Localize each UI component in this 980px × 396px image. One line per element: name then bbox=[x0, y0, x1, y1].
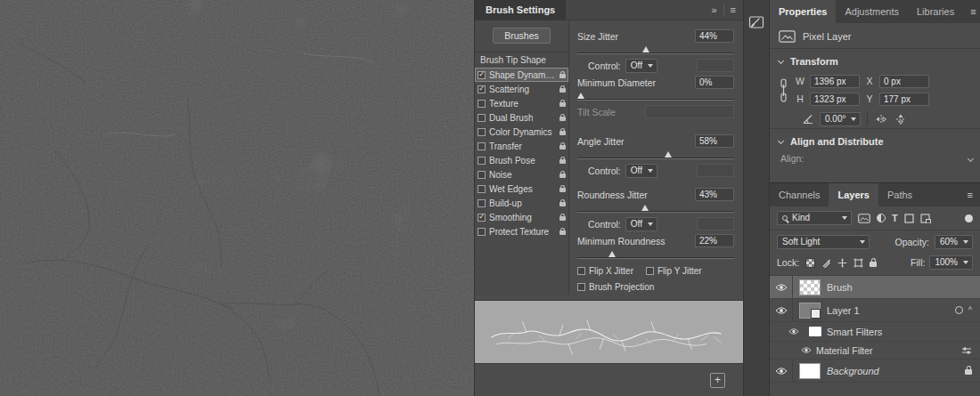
brush-option-protect-texture[interactable]: ✓ Protect Texture bbox=[475, 224, 568, 238]
lock-artboard-icon[interactable] bbox=[853, 258, 863, 268]
filter-adjustment-layers-icon[interactable] bbox=[877, 214, 886, 222]
minimum-diameter-input[interactable]: 0% bbox=[695, 76, 734, 89]
layer-thumbnail[interactable] bbox=[799, 363, 821, 379]
layer-row-brush[interactable]: Brush bbox=[770, 276, 980, 299]
fill-select[interactable]: 100% bbox=[929, 255, 973, 270]
lock-icon[interactable] bbox=[559, 117, 566, 121]
transfer-checkbox[interactable]: ✓ bbox=[478, 142, 486, 150]
brush-option-build-up[interactable]: ✓ Build-up bbox=[475, 196, 568, 210]
lock-icon[interactable] bbox=[559, 202, 566, 206]
lock-icon[interactable] bbox=[559, 88, 566, 93]
panel-menu-icon[interactable]: ≡ bbox=[731, 4, 736, 15]
protect-texture-checkbox[interactable]: ✓ bbox=[478, 228, 486, 236]
shape-dynamics-checkbox[interactable]: ✓ bbox=[478, 71, 486, 79]
filter-type-layers-icon[interactable]: T bbox=[892, 214, 898, 223]
noise-checkbox[interactable]: ✓ bbox=[478, 171, 486, 179]
lock-icon[interactable] bbox=[559, 230, 566, 235]
align-distribute-section-header[interactable]: Align and Distribute bbox=[770, 129, 980, 150]
minimum-roundness-slider[interactable] bbox=[577, 250, 734, 260]
scattering-checkbox[interactable]: ✓ bbox=[478, 85, 486, 93]
roundness-jitter-input[interactable]: 43% bbox=[695, 188, 734, 201]
collapse-chevron-icon[interactable]: ^ bbox=[968, 306, 972, 314]
lock-icon[interactable] bbox=[559, 188, 566, 192]
size-jitter-input[interactable]: 44% bbox=[695, 29, 734, 43]
brush-option-brush-pose[interactable]: ✓ Brush Pose bbox=[475, 153, 568, 167]
brush-settings-dock-icon[interactable] bbox=[747, 12, 766, 35]
brush-option-wet-edges[interactable]: ✓ Wet Edges bbox=[475, 182, 568, 196]
visibility-toggle[interactable] bbox=[796, 342, 816, 359]
tab-paths[interactable]: Paths bbox=[878, 183, 921, 206]
build-up-checkbox[interactable]: ✓ bbox=[478, 199, 486, 207]
visibility-toggle[interactable] bbox=[770, 276, 793, 298]
tab-channels[interactable]: Channels bbox=[770, 183, 829, 206]
minimum-roundness-input[interactable]: 22% bbox=[695, 234, 734, 247]
flip-y-jitter-checkbox[interactable]: ✓Flip Y Jitter bbox=[646, 266, 702, 276]
brush-option-dual-brush[interactable]: ✓ Dual Brush bbox=[475, 110, 568, 125]
lock-position-icon[interactable] bbox=[837, 258, 847, 268]
x-input[interactable]: 0 px bbox=[879, 75, 929, 88]
lock-icon[interactable] bbox=[559, 145, 566, 150]
brushes-button[interactable]: Brushes bbox=[493, 28, 551, 44]
flip-horizontal-icon[interactable] bbox=[874, 113, 888, 125]
tab-properties[interactable]: Properties bbox=[770, 0, 836, 23]
layer-row-background[interactable]: Background bbox=[770, 360, 980, 383]
flip-vertical-icon[interactable] bbox=[894, 112, 907, 126]
filter-options-icon[interactable] bbox=[961, 345, 972, 356]
brush-tip-shape-item[interactable]: Brush Tip Shape bbox=[475, 53, 568, 68]
layer-row-smart-filters[interactable]: Smart Filters bbox=[770, 322, 980, 342]
filter-smart-objects-icon[interactable] bbox=[920, 214, 931, 223]
minimum-diameter-slider[interactable] bbox=[577, 92, 734, 101]
scroll-down-icon[interactable] bbox=[968, 155, 974, 161]
rotation-input[interactable]: 0.00° bbox=[820, 112, 861, 126]
brush-option-scattering[interactable]: ✓ Scattering bbox=[475, 82, 568, 96]
angle-jitter-input[interactable]: 58% bbox=[695, 134, 734, 148]
layer-row-material-filter[interactable]: Material Filter bbox=[770, 342, 980, 360]
slider-thumb[interactable] bbox=[665, 151, 672, 158]
collapse-panel-icon[interactable]: » bbox=[711, 4, 716, 15]
slider-thumb[interactable] bbox=[608, 251, 616, 257]
visibility-toggle[interactable] bbox=[770, 360, 793, 382]
brush-option-noise[interactable]: ✓ Noise bbox=[475, 167, 568, 182]
layer-name[interactable]: Background bbox=[827, 366, 879, 376]
brush-pose-checkbox[interactable]: ✓ bbox=[478, 157, 486, 165]
smart-filters-thumbnail[interactable] bbox=[809, 327, 821, 336]
brush-option-texture[interactable]: ✓ Texture bbox=[475, 96, 568, 110]
link-dimensions-icon[interactable] bbox=[779, 78, 788, 102]
filter-shape-layers-icon[interactable] bbox=[904, 214, 914, 223]
brush-option-smoothing[interactable]: ✓ Smoothing bbox=[475, 210, 568, 224]
layer-name[interactable]: Smart Filters bbox=[827, 327, 882, 337]
tab-adjustments[interactable]: Adjustments bbox=[836, 0, 908, 23]
lock-icon[interactable] bbox=[559, 159, 566, 164]
layer-thumbnail[interactable] bbox=[799, 303, 821, 319]
lock-icon[interactable] bbox=[559, 102, 566, 107]
slider-thumb[interactable] bbox=[577, 93, 584, 99]
width-input[interactable]: 1396 px bbox=[810, 75, 860, 88]
lock-icon[interactable] bbox=[559, 174, 566, 178]
filter-name[interactable]: Material Filter bbox=[816, 345, 873, 356]
visibility-toggle[interactable] bbox=[770, 299, 793, 321]
roundness-jitter-slider[interactable] bbox=[577, 204, 734, 214]
lock-transparency-icon[interactable] bbox=[805, 258, 815, 268]
smoothing-checkbox[interactable]: ✓ bbox=[478, 214, 486, 222]
panel-menu-icon[interactable]: ≡ bbox=[963, 0, 980, 23]
new-brush-button[interactable]: + bbox=[710, 373, 725, 388]
lock-icon[interactable] bbox=[559, 74, 566, 78]
filter-kind-select[interactable]: Kind bbox=[777, 211, 852, 225]
layer-thumbnail[interactable] bbox=[799, 279, 821, 295]
smart-filter-indicator-icon[interactable] bbox=[955, 306, 963, 314]
angle-jitter-control-select[interactable]: Off bbox=[625, 164, 657, 178]
visibility-toggle[interactable] bbox=[784, 322, 804, 341]
color-dynamics-checkbox[interactable]: ✓ bbox=[478, 128, 486, 136]
lock-icon[interactable] bbox=[559, 131, 566, 135]
tab-layers[interactable]: Layers bbox=[829, 183, 878, 206]
size-jitter-control-select[interactable]: Off bbox=[625, 59, 657, 73]
tab-brush-settings[interactable]: Brush Settings bbox=[475, 0, 566, 20]
slider-thumb[interactable] bbox=[642, 46, 649, 53]
layer-name[interactable]: Layer 1 bbox=[827, 305, 860, 316]
texture-checkbox[interactable]: ✓ bbox=[478, 100, 486, 108]
brush-projection-checkbox[interactable]: ✓Brush Projection bbox=[577, 282, 654, 292]
panel-menu-icon[interactable]: ≡ bbox=[960, 183, 980, 206]
brush-option-shape-dynamics[interactable]: ✓ Shape Dynamics bbox=[475, 68, 568, 82]
lock-icon[interactable] bbox=[559, 216, 566, 221]
lock-all-icon[interactable] bbox=[870, 262, 877, 267]
